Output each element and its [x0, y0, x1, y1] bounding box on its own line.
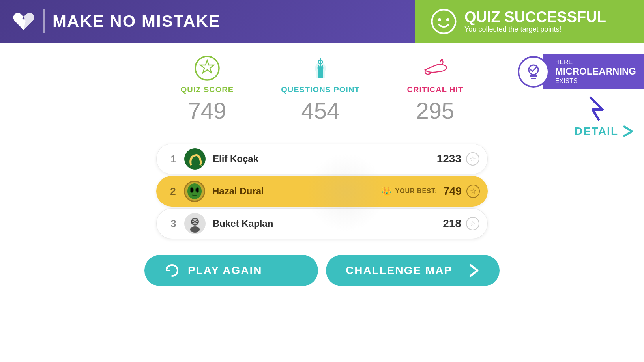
- lb-rank-2: 2: [164, 185, 182, 198]
- critical-hit-icon: [421, 54, 449, 82]
- ml-micro: MICROLEARNING: [555, 66, 636, 77]
- lb-avatar-2: [184, 181, 205, 202]
- refresh-icon: [164, 263, 180, 278]
- critical-hit-item: CRITICAL HIT 295: [407, 54, 464, 124]
- quiz-score-label: QUIZ SCORE: [181, 85, 234, 94]
- questions-point-label: QUESTIONS POINT: [281, 85, 359, 94]
- bg-figure: [306, 153, 385, 232]
- header-left: MAKE NO MISTAKE: [0, 0, 415, 43]
- svg-point-15: [190, 226, 200, 233]
- collected-text: You collected the target points!: [464, 25, 606, 34]
- play-again-label: PLAY AGAIN: [188, 264, 262, 277]
- svg-point-9: [187, 183, 202, 199]
- lb-score-2: 749: [443, 185, 462, 198]
- header: MAKE NO MISTAKE QUIZ SUCCESSFUL You coll…: [0, 0, 644, 43]
- play-again-button[interactable]: PLAY AGAIN: [144, 255, 318, 286]
- lb-star-3[interactable]: ☆: [466, 217, 479, 230]
- header-divider: [43, 9, 45, 33]
- detail-text: DETAIL: [575, 125, 618, 138]
- microlearning-circle-icon: [518, 56, 549, 88]
- svg-point-0: [432, 9, 456, 33]
- header-right: QUIZ SUCCESSFUL You collected the target…: [415, 0, 644, 43]
- microlearning-label: HERE MICROLEARNING EXISTS: [543, 54, 644, 89]
- microlearning-badge[interactable]: HERE MICROLEARNING EXISTS: [518, 54, 644, 89]
- challenge-map-button[interactable]: CHALLENGE MAP: [326, 255, 500, 286]
- svg-point-1: [438, 18, 441, 21]
- critical-hit-value: 295: [416, 97, 455, 124]
- questions-point-item: QUESTIONS POINT 454: [281, 54, 359, 124]
- svg-rect-8: [531, 78, 536, 79]
- svg-point-12: [191, 188, 193, 192]
- lb-avatar-1: [184, 148, 206, 170]
- svg-marker-4: [200, 60, 214, 73]
- broken-heart-icon: [12, 9, 36, 33]
- ml-exists: EXISTS: [555, 77, 636, 85]
- header-title: MAKE NO MISTAKE: [52, 12, 221, 31]
- quiz-score-value: 749: [188, 97, 227, 124]
- lb-your-best: 👑 YOUR BEST:: [381, 186, 437, 196]
- success-text-block: QUIZ SUCCESSFUL You collected the target…: [464, 9, 606, 34]
- svg-point-2: [446, 18, 449, 21]
- lb-star-2[interactable]: ☆: [466, 185, 480, 198]
- quiz-score-icon: [193, 54, 221, 82]
- quiz-successful-title: QUIZ SUCCESSFUL: [464, 9, 606, 26]
- svg-rect-7: [530, 75, 537, 77]
- questions-point-value: 454: [301, 97, 339, 124]
- svg-point-13: [196, 188, 198, 192]
- lb-star-1[interactable]: ☆: [466, 152, 479, 166]
- lb-rank-1: 1: [165, 153, 182, 165]
- questions-point-icon: [307, 54, 334, 82]
- challenge-map-chevron-icon: [468, 263, 480, 278]
- detail-button[interactable]: DETAIL: [575, 123, 636, 139]
- your-best-label: YOUR BEST:: [395, 188, 437, 195]
- lb-avatar-3: [184, 213, 206, 234]
- lb-score-3: 218: [443, 217, 461, 230]
- main-content: QUIZ SCORE 749 QUESTIONS POINT 454: [0, 43, 644, 362]
- bottom-buttons: PLAY AGAIN CHALLENGE MAP: [144, 255, 500, 286]
- lb-score-1: 1233: [437, 153, 461, 165]
- lb-rank-3: 3: [165, 218, 182, 230]
- quiz-score-item: QUIZ SCORE 749: [181, 54, 234, 124]
- ml-here: HERE: [555, 58, 636, 66]
- scores-row: QUIZ SCORE 749 QUESTIONS POINT 454: [181, 54, 464, 124]
- challenge-map-label: CHALLENGE MAP: [346, 264, 452, 277]
- smiley-icon: [431, 9, 457, 34]
- detail-chevron-icon: [620, 123, 636, 139]
- critical-hit-label: CRITICAL HIT: [407, 85, 464, 94]
- arrow-down-icon: [585, 94, 608, 123]
